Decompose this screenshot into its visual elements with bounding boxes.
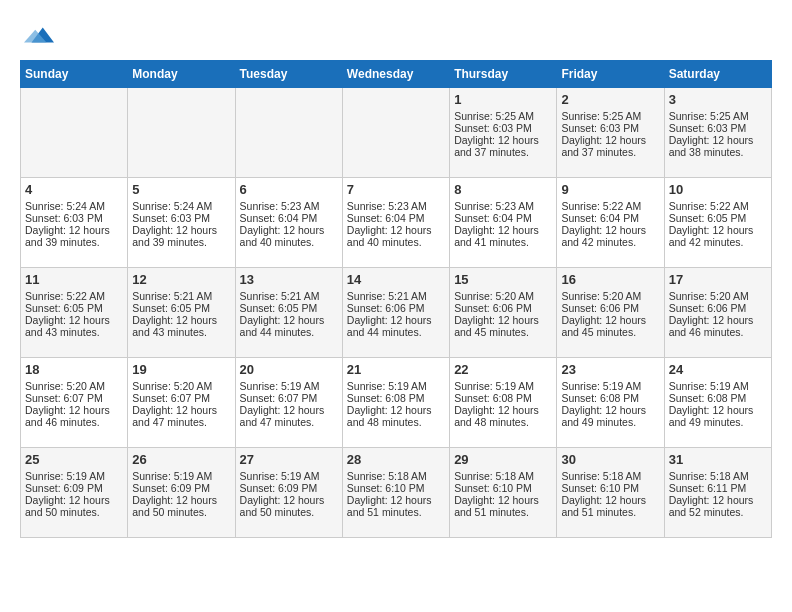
calendar-week-row: 4Sunrise: 5:24 AMSunset: 6:03 PMDaylight… [21, 178, 772, 268]
day-content: Sunset: 6:08 PM [669, 392, 767, 404]
day-content: Daylight: 12 hours and 42 minutes. [669, 224, 767, 248]
day-content: Daylight: 12 hours and 38 minutes. [669, 134, 767, 158]
day-content: Sunrise: 5:25 AM [561, 110, 659, 122]
calendar-cell: 15Sunrise: 5:20 AMSunset: 6:06 PMDayligh… [450, 268, 557, 358]
calendar-cell: 6Sunrise: 5:23 AMSunset: 6:04 PMDaylight… [235, 178, 342, 268]
calendar-table: SundayMondayTuesdayWednesdayThursdayFrid… [20, 60, 772, 538]
day-content: Sunset: 6:10 PM [561, 482, 659, 494]
day-content: Sunrise: 5:24 AM [132, 200, 230, 212]
day-content: Daylight: 12 hours and 39 minutes. [25, 224, 123, 248]
day-content: Daylight: 12 hours and 49 minutes. [669, 404, 767, 428]
logo [20, 20, 54, 50]
calendar-cell: 7Sunrise: 5:23 AMSunset: 6:04 PMDaylight… [342, 178, 449, 268]
day-content: Sunset: 6:11 PM [669, 482, 767, 494]
calendar-cell [128, 88, 235, 178]
day-number: 20 [240, 362, 338, 377]
calendar-cell: 11Sunrise: 5:22 AMSunset: 6:05 PMDayligh… [21, 268, 128, 358]
day-content: Sunset: 6:04 PM [347, 212, 445, 224]
calendar-cell: 8Sunrise: 5:23 AMSunset: 6:04 PMDaylight… [450, 178, 557, 268]
day-content: Daylight: 12 hours and 50 minutes. [240, 494, 338, 518]
day-content: Daylight: 12 hours and 44 minutes. [240, 314, 338, 338]
calendar-cell: 19Sunrise: 5:20 AMSunset: 6:07 PMDayligh… [128, 358, 235, 448]
day-number: 28 [347, 452, 445, 467]
day-content: Sunset: 6:03 PM [454, 122, 552, 134]
day-content: Sunset: 6:05 PM [669, 212, 767, 224]
calendar-cell: 26Sunrise: 5:19 AMSunset: 6:09 PMDayligh… [128, 448, 235, 538]
calendar-cell: 12Sunrise: 5:21 AMSunset: 6:05 PMDayligh… [128, 268, 235, 358]
day-content: Sunset: 6:08 PM [561, 392, 659, 404]
day-header-friday: Friday [557, 61, 664, 88]
day-content: Daylight: 12 hours and 43 minutes. [132, 314, 230, 338]
calendar-cell: 27Sunrise: 5:19 AMSunset: 6:09 PMDayligh… [235, 448, 342, 538]
calendar-cell: 22Sunrise: 5:19 AMSunset: 6:08 PMDayligh… [450, 358, 557, 448]
day-content: Sunset: 6:05 PM [240, 302, 338, 314]
day-content: Sunset: 6:04 PM [454, 212, 552, 224]
day-content: Sunrise: 5:20 AM [132, 380, 230, 392]
day-number: 11 [25, 272, 123, 287]
day-content: Sunrise: 5:19 AM [347, 380, 445, 392]
day-content: Daylight: 12 hours and 51 minutes. [561, 494, 659, 518]
day-content: Daylight: 12 hours and 51 minutes. [454, 494, 552, 518]
day-content: Daylight: 12 hours and 39 minutes. [132, 224, 230, 248]
calendar-cell: 14Sunrise: 5:21 AMSunset: 6:06 PMDayligh… [342, 268, 449, 358]
day-content: Sunrise: 5:19 AM [561, 380, 659, 392]
calendar-cell: 2Sunrise: 5:25 AMSunset: 6:03 PMDaylight… [557, 88, 664, 178]
day-content: Sunrise: 5:18 AM [347, 470, 445, 482]
day-content: Sunrise: 5:19 AM [240, 380, 338, 392]
calendar-cell: 5Sunrise: 5:24 AMSunset: 6:03 PMDaylight… [128, 178, 235, 268]
day-content: Sunrise: 5:22 AM [25, 290, 123, 302]
calendar-cell: 13Sunrise: 5:21 AMSunset: 6:05 PMDayligh… [235, 268, 342, 358]
day-number: 17 [669, 272, 767, 287]
day-number: 23 [561, 362, 659, 377]
day-number: 24 [669, 362, 767, 377]
calendar-cell: 21Sunrise: 5:19 AMSunset: 6:08 PMDayligh… [342, 358, 449, 448]
page-header [20, 20, 772, 50]
day-number: 26 [132, 452, 230, 467]
calendar-cell: 10Sunrise: 5:22 AMSunset: 6:05 PMDayligh… [664, 178, 771, 268]
day-number: 6 [240, 182, 338, 197]
day-content: Daylight: 12 hours and 44 minutes. [347, 314, 445, 338]
day-content: Sunrise: 5:24 AM [25, 200, 123, 212]
day-content: Sunset: 6:03 PM [561, 122, 659, 134]
day-content: Daylight: 12 hours and 52 minutes. [669, 494, 767, 518]
day-content: Sunset: 6:06 PM [347, 302, 445, 314]
day-number: 29 [454, 452, 552, 467]
calendar-week-row: 25Sunrise: 5:19 AMSunset: 6:09 PMDayligh… [21, 448, 772, 538]
day-number: 4 [25, 182, 123, 197]
calendar-cell: 3Sunrise: 5:25 AMSunset: 6:03 PMDaylight… [664, 88, 771, 178]
calendar-cell [21, 88, 128, 178]
calendar-week-row: 18Sunrise: 5:20 AMSunset: 6:07 PMDayligh… [21, 358, 772, 448]
day-content: Sunset: 6:04 PM [561, 212, 659, 224]
day-number: 1 [454, 92, 552, 107]
day-number: 18 [25, 362, 123, 377]
day-content: Sunset: 6:07 PM [132, 392, 230, 404]
calendar-cell [235, 88, 342, 178]
calendar-cell: 18Sunrise: 5:20 AMSunset: 6:07 PMDayligh… [21, 358, 128, 448]
day-content: Daylight: 12 hours and 45 minutes. [561, 314, 659, 338]
day-content: Sunrise: 5:25 AM [669, 110, 767, 122]
day-content: Sunset: 6:06 PM [561, 302, 659, 314]
day-content: Daylight: 12 hours and 48 minutes. [454, 404, 552, 428]
day-content: Daylight: 12 hours and 41 minutes. [454, 224, 552, 248]
calendar-cell: 31Sunrise: 5:18 AMSunset: 6:11 PMDayligh… [664, 448, 771, 538]
day-content: Sunset: 6:03 PM [669, 122, 767, 134]
day-content: Sunrise: 5:19 AM [240, 470, 338, 482]
day-content: Sunset: 6:09 PM [25, 482, 123, 494]
day-content: Sunset: 6:07 PM [25, 392, 123, 404]
day-content: Sunset: 6:05 PM [25, 302, 123, 314]
calendar-week-row: 1Sunrise: 5:25 AMSunset: 6:03 PMDaylight… [21, 88, 772, 178]
day-content: Daylight: 12 hours and 47 minutes. [132, 404, 230, 428]
day-content: Sunset: 6:10 PM [454, 482, 552, 494]
day-number: 25 [25, 452, 123, 467]
day-content: Daylight: 12 hours and 50 minutes. [25, 494, 123, 518]
day-content: Sunrise: 5:18 AM [561, 470, 659, 482]
day-header-tuesday: Tuesday [235, 61, 342, 88]
calendar-cell: 24Sunrise: 5:19 AMSunset: 6:08 PMDayligh… [664, 358, 771, 448]
day-header-thursday: Thursday [450, 61, 557, 88]
day-content: Daylight: 12 hours and 46 minutes. [669, 314, 767, 338]
day-content: Sunrise: 5:23 AM [347, 200, 445, 212]
day-content: Sunrise: 5:19 AM [669, 380, 767, 392]
day-content: Sunrise: 5:22 AM [561, 200, 659, 212]
day-content: Daylight: 12 hours and 45 minutes. [454, 314, 552, 338]
day-content: Sunrise: 5:20 AM [454, 290, 552, 302]
